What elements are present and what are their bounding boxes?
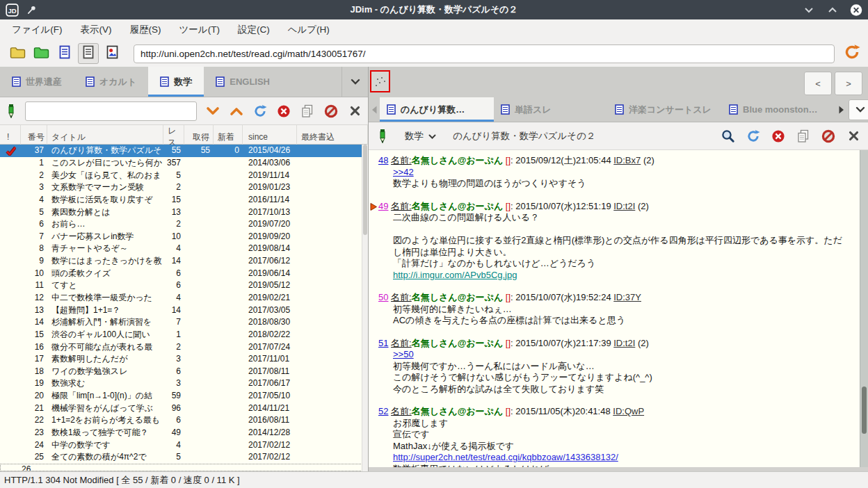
thread-tab-list-button[interactable] [849,99,868,120]
close-button[interactable] [850,3,862,16]
search-up-button[interactable] [229,104,244,119]
menu-item[interactable]: ツール(T) [170,20,229,40]
search-thread-button[interactable] [721,129,736,144]
thread-row[interactable]: 23数検1級って独学で可能？492014/12/28 [0,427,368,439]
thread-row[interactable]: 25全ての素数の積が4π^2で52017/02/12 [0,451,368,464]
write-pencil-icon[interactable] [377,129,389,144]
menu-item[interactable]: ファイル(F) [3,20,72,40]
image-view-button[interactable] [102,43,122,64]
post-number-link[interactable]: 50 [378,292,388,302]
post-number-link[interactable]: 52 [378,406,388,416]
copy-button[interactable] [300,104,315,119]
minimize-button[interactable] [803,3,815,16]
thread-block-button[interactable] [821,129,836,144]
tabs-scroll-left-icon[interactable] [369,97,380,122]
tab[interactable]: 単語スレ [494,97,608,122]
thread-row[interactable]: 7バナー応募スレin数学102019/09/20 [0,230,368,243]
menu-item[interactable]: 表示(V) [72,20,121,40]
thread-row[interactable]: 2美少女「ほら見て、私のおま52019/11/14 [0,169,368,181]
tab[interactable]: オカルト [74,67,148,97]
tab[interactable]: 世界遺産 [0,67,74,97]
list-scrollbar[interactable] [362,145,368,471]
menu-item[interactable]: 設定(C) [229,20,279,40]
thread-row[interactable]: 10頭の柔軟クイズ62019/06/14 [0,267,368,279]
thread-close-button[interactable] [846,129,861,144]
reload-button[interactable] [252,104,268,119]
anchor-link[interactable]: >>42 [393,167,414,177]
url-go-button[interactable] [843,44,861,63]
row-last-write [297,377,368,389]
board-dropdown[interactable]: 数学 [405,130,436,143]
block-button[interactable] [323,104,339,119]
thread-row-clipped[interactable]: 26 [0,464,368,471]
post-id-link[interactable]: ID:37Y [613,292,641,302]
tab[interactable]: Blue moonston… [722,97,836,122]
url-input[interactable] [134,44,835,63]
board-search-input[interactable] [25,101,197,121]
thread-row[interactable]: 3文系数学でマーカン受験22019/01/23 [0,181,368,194]
url-link[interactable]: http://super2ch.net/test/read.cgi/kqbbzo… [393,452,618,462]
thread-row[interactable]: 13【超難問】1+1=？142017/03/05 [0,304,368,316]
thread-row[interactable]: 1このスレが目についたら何か3572014/03/06 [0,157,368,170]
tab[interactable]: 洋楽コンサートスレ [608,97,722,122]
post-id-link[interactable]: ID:Bx7 [613,155,641,165]
close-tab-button[interactable] [347,104,362,119]
open-board-button[interactable] [7,43,28,64]
thread-row[interactable]: 19数強求む32017/06/17 [0,377,368,390]
posts-scrollbar-thumb[interactable] [862,387,867,434]
thread-row[interactable]: 37のんびり算数・数学パズルそ555502015/04/26 [0,145,368,157]
thread-list-header[interactable]: !番号タイトルレス取得新着since最終書込 [0,125,368,145]
url-link[interactable]: http://i.imgur.com/APvb5Cg.jpg [393,270,517,280]
pin-icon[interactable] [26,4,38,15]
post-id-link[interactable]: ID:t2I [613,338,635,348]
maximize-button[interactable] [826,3,839,16]
board-view-button[interactable] [54,43,75,64]
thread-row[interactable]: 8青チャートやるぞ～42019/08/14 [0,243,368,255]
stop-button[interactable] [276,104,291,119]
image-next-button[interactable]: > [835,72,862,95]
post-number-link[interactable]: 49 [378,201,388,211]
thread-row[interactable]: 11てすと62019/05/12 [0,279,368,292]
anchor-link[interactable]: >>50 [393,349,414,359]
posts-scrollbar[interactable] [860,150,868,467]
statusbar: HTTP/1.1 304 Not Modified [ 全 55 / 新着 0 … [0,471,868,488]
thread-row[interactable]: 20極限「lim[n→1-0](n)」の結592017/05/10 [0,390,368,402]
thread-view-button[interactable] [78,43,99,64]
thread-row[interactable]: 9数学にはまったきっかけを教142017/06/12 [0,255,368,268]
pencil-icon[interactable] [6,104,18,119]
tab[interactable]: ENGLISH [204,67,282,97]
search-down-button[interactable] [205,104,220,119]
row-new-count [214,255,243,267]
post-id-link[interactable]: ID:QwP [613,406,644,416]
thread-row[interactable]: 15渋谷のギャル100人に聞い12018/02/22 [0,329,368,341]
row-number: 20 [21,390,47,402]
tabs-scroll-right-icon[interactable] [836,97,847,122]
thread-row[interactable]: 24中学の数学です42017/02/12 [0,439,368,451]
board-tab-list-button[interactable] [341,67,368,97]
post-number-link[interactable]: 48 [378,155,388,165]
menu-item[interactable]: 履歴(S) [121,20,170,40]
row-since-date: 2019/02/21 [243,292,297,304]
thread-row[interactable]: 4数学板に活気を取り戻すぞ152016/11/14 [0,194,368,206]
tab[interactable]: のんびり算数… [380,97,494,122]
favorites-folder-button[interactable] [31,43,51,64]
tab[interactable]: 数学 [148,67,204,97]
thread-row[interactable]: 12中二で数検準一級受かった42019/02/21 [0,292,368,304]
thread-row[interactable]: 21機械学習をがんばって学ぶ962014/11/21 [0,402,368,414]
thread-row[interactable]: 17素数解明したんだが32017/11/01 [0,353,368,366]
thread-row[interactable]: 16微分不可能な点が表れる最22017/07/24 [0,341,368,353]
image-prev-button[interactable]: < [804,72,832,95]
thread-stop-button[interactable] [771,129,786,144]
thread-row[interactable]: 14杉浦解析入門・解析演習を72018/08/30 [0,316,368,329]
thread-row[interactable]: 5素因数分解とは132017/10/13 [0,206,368,218]
thread-reload-button[interactable] [746,129,761,144]
image-thumbnail[interactable] [370,70,390,92]
thread-copy-button[interactable] [796,129,811,144]
thread-row[interactable]: 18ワイの数学勉強スレ62017/08/11 [0,366,368,378]
thread-row[interactable]: 6お前ら…22019/07/20 [0,218,368,231]
thread-row[interactable]: 221+1=2をお前らが考える最も62016/08/11 [0,414,368,427]
menu-item[interactable]: ヘルプ(H) [279,20,339,40]
post-id-link[interactable]: ID:t2I [613,201,635,211]
post-number-link[interactable]: 51 [378,338,388,348]
list-scrollbar-thumb[interactable] [363,145,367,235]
